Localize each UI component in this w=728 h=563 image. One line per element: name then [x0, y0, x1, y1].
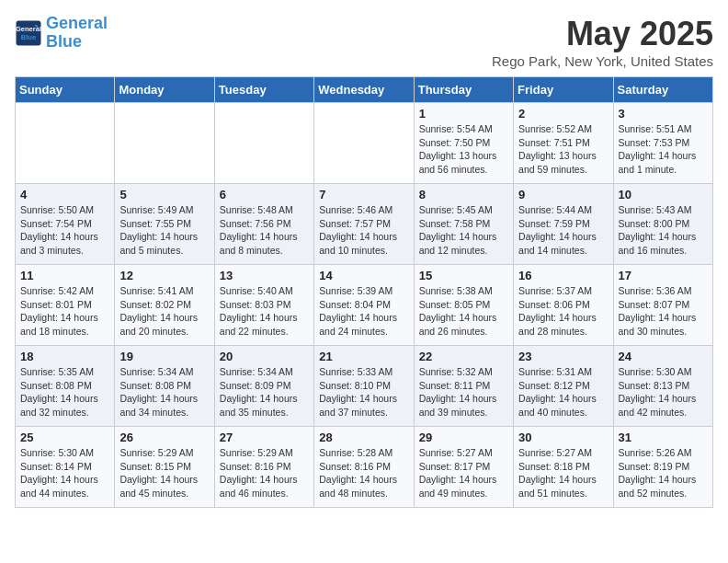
day-info: Sunrise: 5:40 AM Sunset: 8:03 PM Dayligh… — [220, 284, 309, 339]
day-number: 1 — [419, 107, 508, 121]
day-cell: 8Sunrise: 5:45 AM Sunset: 7:58 PM Daylig… — [414, 184, 513, 265]
header-sunday: Sunday — [16, 77, 115, 103]
day-number: 17 — [619, 269, 708, 282]
day-cell: 22Sunrise: 5:32 AM Sunset: 8:11 PM Dayli… — [414, 346, 513, 427]
day-number: 26 — [119, 431, 209, 444]
day-cell: 31Sunrise: 5:26 AM Sunset: 8:19 PM Dayli… — [613, 427, 712, 508]
day-info: Sunrise: 5:27 AM Sunset: 8:18 PM Dayligh… — [518, 446, 608, 500]
day-number: 30 — [518, 431, 608, 444]
day-number: 25 — [20, 431, 109, 444]
day-info: Sunrise: 5:34 AM Sunset: 8:08 PM Dayligh… — [119, 365, 209, 419]
day-info: Sunrise: 5:44 AM Sunset: 7:59 PM Dayligh… — [518, 203, 608, 258]
week-row-4: 18Sunrise: 5:35 AM Sunset: 8:08 PM Dayli… — [16, 346, 713, 427]
day-info: Sunrise: 5:27 AM Sunset: 8:17 PM Dayligh… — [419, 446, 508, 500]
day-number: 14 — [319, 269, 408, 282]
day-cell: 9Sunrise: 5:44 AM Sunset: 7:59 PM Daylig… — [514, 184, 613, 265]
day-info: Sunrise: 5:26 AM Sunset: 8:19 PM Dayligh… — [619, 446, 708, 500]
day-cell: 17Sunrise: 5:36 AM Sunset: 8:07 PM Dayli… — [613, 265, 712, 346]
day-number: 9 — [518, 188, 608, 201]
day-number: 28 — [319, 431, 408, 444]
day-cell: 29Sunrise: 5:27 AM Sunset: 8:17 PM Dayli… — [414, 427, 513, 508]
day-cell: 14Sunrise: 5:39 AM Sunset: 8:04 PM Dayli… — [314, 265, 414, 346]
day-number: 18 — [20, 350, 109, 363]
day-number: 16 — [518, 269, 608, 282]
day-info: Sunrise: 5:48 AM Sunset: 7:56 PM Dayligh… — [220, 203, 309, 258]
logo-icon: General Blue — [15, 19, 42, 47]
day-info: Sunrise: 5:39 AM Sunset: 8:04 PM Dayligh… — [319, 284, 408, 339]
day-cell: 30Sunrise: 5:27 AM Sunset: 8:18 PM Dayli… — [514, 427, 613, 508]
day-cell: 1Sunrise: 5:54 AM Sunset: 7:50 PM Daylig… — [414, 103, 513, 184]
day-number: 24 — [619, 350, 708, 363]
day-number: 11 — [20, 269, 109, 282]
day-info: Sunrise: 5:32 AM Sunset: 8:11 PM Dayligh… — [419, 365, 508, 419]
day-cell — [314, 103, 414, 184]
day-number: 20 — [220, 350, 309, 363]
week-row-5: 25Sunrise: 5:30 AM Sunset: 8:14 PM Dayli… — [16, 427, 713, 508]
week-row-1: 1Sunrise: 5:54 AM Sunset: 7:50 PM Daylig… — [16, 103, 713, 184]
week-row-2: 4Sunrise: 5:50 AM Sunset: 7:54 PM Daylig… — [16, 184, 713, 265]
day-number: 15 — [419, 269, 508, 282]
day-number: 7 — [319, 188, 408, 201]
day-number: 2 — [518, 107, 608, 121]
day-cell — [115, 103, 214, 184]
header-row: SundayMondayTuesdayWednesdayThursdayFrid… — [16, 77, 713, 103]
day-cell: 5Sunrise: 5:49 AM Sunset: 7:55 PM Daylig… — [115, 184, 214, 265]
day-number: 29 — [419, 431, 508, 444]
day-number: 21 — [319, 350, 408, 363]
day-number: 5 — [119, 188, 209, 201]
day-number: 6 — [220, 188, 309, 201]
day-cell: 2Sunrise: 5:52 AM Sunset: 7:51 PM Daylig… — [514, 103, 613, 184]
day-number: 31 — [619, 431, 708, 444]
day-cell: 23Sunrise: 5:31 AM Sunset: 8:12 PM Dayli… — [514, 346, 613, 427]
day-info: Sunrise: 5:41 AM Sunset: 8:02 PM Dayligh… — [119, 284, 209, 339]
day-cell: 3Sunrise: 5:51 AM Sunset: 7:53 PM Daylig… — [613, 103, 712, 184]
day-cell: 4Sunrise: 5:50 AM Sunset: 7:54 PM Daylig… — [16, 184, 115, 265]
day-info: Sunrise: 5:28 AM Sunset: 8:16 PM Dayligh… — [319, 446, 408, 500]
day-cell: 20Sunrise: 5:34 AM Sunset: 8:09 PM Dayli… — [214, 346, 313, 427]
week-row-3: 11Sunrise: 5:42 AM Sunset: 8:01 PM Dayli… — [16, 265, 713, 346]
day-number: 12 — [119, 269, 209, 282]
header-thursday: Thursday — [414, 77, 513, 103]
svg-text:General: General — [16, 25, 41, 33]
day-info: Sunrise: 5:51 AM Sunset: 7:53 PM Dayligh… — [619, 122, 708, 177]
day-number: 23 — [518, 350, 608, 363]
day-number: 8 — [419, 188, 508, 201]
day-cell: 19Sunrise: 5:34 AM Sunset: 8:08 PM Dayli… — [115, 346, 214, 427]
day-number: 13 — [220, 269, 309, 282]
day-number: 10 — [619, 188, 708, 201]
day-cell — [16, 103, 115, 184]
day-cell: 24Sunrise: 5:30 AM Sunset: 8:13 PM Dayli… — [613, 346, 712, 427]
day-info: Sunrise: 5:34 AM Sunset: 8:09 PM Dayligh… — [220, 365, 309, 419]
logo-blue: Blue — [46, 32, 82, 51]
logo: General Blue General Blue — [15, 15, 108, 52]
title-block: May 2025 Rego Park, New York, United Sta… — [492, 15, 713, 69]
day-info: Sunrise: 5:37 AM Sunset: 8:06 PM Dayligh… — [518, 284, 608, 339]
day-info: Sunrise: 5:30 AM Sunset: 8:14 PM Dayligh… — [20, 446, 109, 500]
day-info: Sunrise: 5:30 AM Sunset: 8:13 PM Dayligh… — [619, 365, 708, 419]
logo-general: General — [46, 14, 108, 32]
day-cell: 15Sunrise: 5:38 AM Sunset: 8:05 PM Dayli… — [414, 265, 513, 346]
svg-text:Blue: Blue — [21, 33, 36, 41]
header-wednesday: Wednesday — [314, 77, 414, 103]
day-cell: 18Sunrise: 5:35 AM Sunset: 8:08 PM Dayli… — [16, 346, 115, 427]
day-info: Sunrise: 5:36 AM Sunset: 8:07 PM Dayligh… — [619, 284, 708, 339]
month-title: May 2025 — [492, 15, 713, 53]
day-cell: 28Sunrise: 5:28 AM Sunset: 8:16 PM Dayli… — [314, 427, 414, 508]
day-info: Sunrise: 5:33 AM Sunset: 8:10 PM Dayligh… — [319, 365, 408, 419]
day-number: 27 — [220, 431, 309, 444]
day-cell: 21Sunrise: 5:33 AM Sunset: 8:10 PM Dayli… — [314, 346, 414, 427]
day-cell: 7Sunrise: 5:46 AM Sunset: 7:57 PM Daylig… — [314, 184, 414, 265]
day-number: 4 — [20, 188, 109, 201]
header-friday: Friday — [514, 77, 613, 103]
day-number: 22 — [419, 350, 508, 363]
page-header: General Blue General Blue May 2025 Rego … — [15, 15, 713, 69]
day-cell: 26Sunrise: 5:29 AM Sunset: 8:15 PM Dayli… — [115, 427, 214, 508]
day-cell: 25Sunrise: 5:30 AM Sunset: 8:14 PM Dayli… — [16, 427, 115, 508]
day-info: Sunrise: 5:45 AM Sunset: 7:58 PM Dayligh… — [419, 203, 508, 258]
day-cell: 12Sunrise: 5:41 AM Sunset: 8:02 PM Dayli… — [115, 265, 214, 346]
calendar-table: SundayMondayTuesdayWednesdayThursdayFrid… — [15, 76, 713, 508]
day-info: Sunrise: 5:54 AM Sunset: 7:50 PM Dayligh… — [419, 122, 508, 177]
day-cell — [214, 103, 313, 184]
header-monday: Monday — [115, 77, 214, 103]
day-info: Sunrise: 5:29 AM Sunset: 8:16 PM Dayligh… — [220, 446, 309, 500]
